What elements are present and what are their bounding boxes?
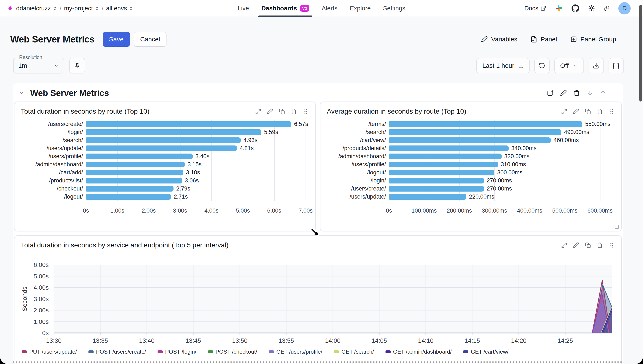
json-view-button[interactable]: { }	[608, 58, 624, 73]
legend-label: POST /login/	[165, 348, 196, 355]
breadcrumb-item[interactable]: my-project	[64, 5, 99, 12]
bar-value-label: 460.00ms	[553, 137, 579, 144]
bar[interactable]	[86, 154, 193, 159]
link-icon[interactable]	[604, 6, 609, 11]
vertical-scrollbar[interactable]	[639, 5, 642, 102]
slack-icon[interactable]	[555, 4, 563, 12]
resolution-select[interactable]: Resolution 1m	[13, 58, 64, 74]
trash-icon[interactable]	[597, 108, 603, 115]
drag-handle-icon[interactable]	[303, 108, 309, 115]
chart-bars: /users/create/ 6.57s /login/ 5.59s /sear…	[18, 120, 308, 201]
save-button[interactable]: Save	[103, 32, 130, 47]
legend-item[interactable]: POST /users/create/	[88, 348, 146, 355]
bar-value-label: 2.71s	[174, 194, 188, 200]
docs-link[interactable]: Docs	[524, 5, 546, 12]
bar[interactable]	[86, 170, 183, 176]
bar[interactable]	[389, 178, 484, 184]
github-icon[interactable]	[572, 4, 579, 12]
pencil-icon[interactable]	[267, 108, 273, 115]
bar-track: 320.00ms	[389, 152, 614, 160]
tab-settings[interactable]: Settings	[383, 0, 405, 16]
bar[interactable]	[86, 178, 182, 184]
x-tick-label: 3.00s	[173, 208, 187, 214]
bar[interactable]	[389, 162, 498, 167]
copy-icon[interactable]	[585, 242, 591, 248]
legend-item[interactable]: POST /login/	[158, 348, 196, 355]
bar[interactable]	[389, 186, 484, 192]
trash-icon[interactable]	[573, 90, 580, 96]
x-tick-label: 400.00ms	[517, 208, 542, 214]
collapse-chevron-icon[interactable]	[19, 90, 24, 96]
avatar[interactable]: D	[618, 2, 631, 14]
pencil-icon[interactable]	[573, 108, 579, 115]
panel-total-duration-by-route: Total duration in seconds by route (Top …	[14, 102, 316, 232]
bar[interactable]	[389, 170, 494, 176]
bar-row: /admin/dashboard/ 3.15s	[18, 160, 308, 168]
panel-group-button[interactable]: Panel Group	[570, 36, 616, 43]
arrow-down-icon[interactable]	[586, 90, 593, 96]
bar-category-label: /terms/	[324, 121, 389, 128]
row-resize-dots[interactable]	[13, 362, 622, 363]
bar-value-label: 270.00ms	[487, 177, 512, 184]
variables-button[interactable]: Variables	[481, 36, 517, 43]
copy-icon[interactable]	[585, 108, 591, 115]
pin-button[interactable]	[69, 58, 85, 74]
panel-resize-handle[interactable]	[615, 225, 619, 229]
drag-handle-icon[interactable]	[608, 242, 615, 248]
tab-explore[interactable]: Explore	[350, 0, 371, 16]
bar[interactable]	[389, 154, 502, 159]
breadcrumb-item[interactable]: all envs	[106, 5, 133, 12]
svg-text:14:25: 14:25	[557, 337, 573, 344]
legend-item[interactable]: PUT /users/update/	[22, 348, 77, 355]
trash-icon[interactable]	[291, 108, 297, 115]
bar[interactable]	[389, 129, 561, 135]
time-series-chart[interactable]: 6.00s5.00s4.00s3.00s2.00s1.00s0sSeconds1…	[15, 250, 621, 347]
pencil-icon[interactable]	[560, 90, 567, 96]
tab-live[interactable]: Live	[238, 0, 249, 16]
trash-icon[interactable]	[597, 242, 603, 248]
export-button[interactable]	[589, 58, 604, 73]
tab-alerts[interactable]: Alerts	[322, 0, 337, 16]
tab-dashboards[interactable]: DashboardsV2	[261, 0, 309, 16]
bar[interactable]	[86, 194, 171, 200]
expand-icon[interactable]	[561, 108, 567, 115]
bar[interactable]	[86, 121, 291, 127]
bar[interactable]	[86, 162, 185, 167]
chart-add-icon[interactable]	[547, 90, 554, 96]
drag-handle-icon[interactable]	[608, 108, 615, 115]
bar-category-label: /users/create/	[18, 121, 86, 128]
bar[interactable]	[389, 194, 466, 200]
breadcrumb-item[interactable]: ddanielcruzz	[16, 5, 57, 12]
legend-item[interactable]: GET /users/profile/	[269, 348, 322, 355]
page-header: Web Server Metrics Save Cancel Variables…	[10, 32, 616, 47]
refresh-button[interactable]	[534, 58, 550, 73]
legend-swatch	[22, 350, 27, 353]
pencil-icon[interactable]	[573, 242, 579, 248]
bar[interactable]	[389, 138, 551, 143]
panel-button[interactable]: Panel	[531, 36, 557, 43]
time-range-button[interactable]: Last 1 hour	[476, 58, 529, 73]
bar[interactable]	[389, 121, 582, 127]
legend-item[interactable]: GET /search/	[334, 348, 374, 355]
brand-diamond-logo[interactable]	[8, 5, 13, 12]
panel-actions	[561, 242, 615, 248]
legend-item[interactable]: GET /cart/view/	[463, 348, 508, 355]
bar[interactable]	[86, 138, 241, 143]
bar-track: 5.59s	[86, 128, 308, 136]
brightness-icon[interactable]	[588, 5, 595, 12]
expand-icon[interactable]	[255, 108, 261, 115]
auto-refresh-select[interactable]: Off	[554, 58, 584, 73]
legend-item[interactable]: GET /admin/dashboard/	[385, 348, 452, 355]
panel-header: Total duration in seconds by route (Top …	[15, 102, 315, 116]
expand-icon[interactable]	[561, 242, 567, 248]
legend-item[interactable]: POST /checkout/	[208, 348, 257, 355]
bar-category-label: /search/	[324, 129, 389, 136]
bar[interactable]	[389, 146, 509, 151]
bar[interactable]	[86, 129, 261, 135]
copy-icon[interactable]	[279, 108, 285, 115]
bar[interactable]	[86, 146, 237, 151]
arrow-up-icon[interactable]	[600, 90, 606, 96]
top-nav: ddanielcruzz/my-project/all envs LiveDas…	[0, 0, 643, 17]
cancel-button[interactable]: Cancel	[134, 32, 166, 47]
bar[interactable]	[86, 186, 173, 192]
